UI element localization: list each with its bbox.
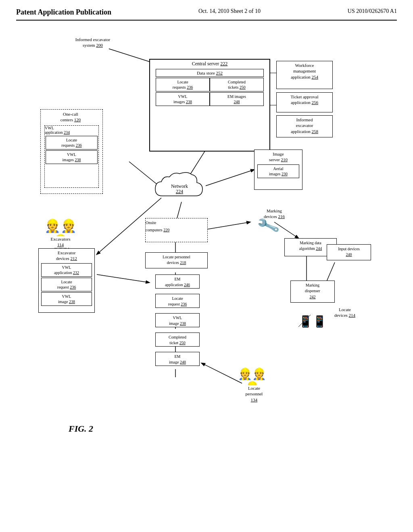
page: Patent Application Publication Oct. 14, …	[0, 0, 413, 532]
locate-request-236c-box: Locaterequest 236	[155, 294, 200, 308]
vwl-images-238a-box: VWLimages 238	[156, 92, 210, 106]
em-image-248c-box: EMimage 248	[155, 352, 200, 366]
svg-line-16	[97, 274, 149, 283]
completed-ticket-250c-box: Completedticket 250	[155, 332, 200, 347]
data-store-inner2: VWLimages 238 EM images248	[156, 92, 264, 106]
em-image-248c-label: EMimage 248	[169, 354, 186, 364]
svg-line-14	[202, 222, 250, 230]
ticket-approval-box: Ticket approvalapplication 256	[276, 92, 333, 112]
marking-data-algorithm-label: Marking dataalgorithm 244	[299, 241, 322, 251]
locate-personnel-label: Locatepersonnel134	[232, 385, 276, 403]
vwl-application-232-box: VWLapplication 232	[41, 263, 92, 277]
completed-ticket-250c-label: Completedticket 250	[169, 335, 186, 345]
fig-label: FIG. 2	[69, 424, 93, 434]
input-devices-box: Input devices240	[327, 244, 371, 260]
locate-devices-icon: 📱📱	[298, 315, 327, 328]
input-devices-label: Input devices240	[338, 247, 360, 257]
locate-requests-236b-box: Locaterequests 236	[46, 136, 98, 150]
vwl-image-238d-box: VWLimage 238	[41, 292, 92, 306]
workforce-mgmt-box: Workforcemanagementapplication 254	[276, 61, 333, 89]
svg-text:224: 224	[176, 189, 183, 194]
em-images-248a-box: EM images248	[210, 92, 264, 106]
locate-devices-label: Locatedevices 214	[323, 307, 367, 318]
vwl-image-238c-label: VWLimage 238	[169, 316, 186, 326]
data-store-inner: Locaterequests 236 Completedtickets 250	[156, 78, 264, 91]
locate-personnel-devices-label: Locate personneldevices 218	[163, 255, 190, 265]
marking-dispenser-label: Markingdispenser242	[305, 283, 320, 299]
completed-tickets-box: Completedtickets 250	[210, 78, 264, 91]
onsite-computers-label: Onsitecomputers 220	[146, 220, 169, 232]
excavators-label: Excavators114	[38, 236, 83, 248]
publication-title: Patent Application Publication	[16, 8, 111, 17]
svg-line-5	[206, 170, 254, 186]
page-header: Patent Application Publication Oct. 14, …	[16, 8, 397, 21]
locate-requests-box: Locaterequests 236	[156, 78, 210, 91]
informed-excavator-app-box: Informedexcavatorapplication 258	[276, 115, 333, 137]
vwl-app-234-label: VWLapplication 234	[45, 126, 98, 135]
diagram: Informed excavatorsystem 200 Central ser…	[16, 25, 397, 488]
locate-request-236d-box: Locaterequest 236	[41, 278, 92, 291]
svg-line-0	[109, 49, 153, 63]
vwl-image-238c-box: VWLimage 238	[155, 313, 200, 327]
marking-dispenser-box: Markingdispenser242	[290, 281, 335, 303]
one-call-centers-label: One-callcenters 120	[44, 111, 97, 123]
network-cloud: Network 224	[153, 170, 206, 210]
informed-excavator-label: Informed excavatorsystem 200	[69, 37, 117, 48]
vwl-images-238b-box: VWLimages 238	[46, 150, 98, 164]
em-application-box: EMapplication 246	[155, 274, 200, 289]
aerial-images-box: Aerialimages 230	[257, 164, 299, 178]
image-server-outer-box: Imageserver 210 Aerialimages 230	[254, 150, 302, 190]
onsite-computers-box: Onsitecomputers 220	[145, 218, 208, 242]
central-server-box: Central server 222 Data store 252 Locate…	[149, 59, 270, 152]
locate-personnel-devices-box: Locate personneldevices 218	[145, 252, 208, 268]
locate-request-236c-label: Locaterequest 236	[168, 296, 187, 306]
vwl-application-234-box: VWLapplication 234 Locaterequests 236 VW…	[44, 125, 99, 188]
publication-number: US 2010/0262670 A1	[348, 8, 397, 15]
excavator-devices-label: Excavatordevices 212	[40, 250, 93, 262]
em-application-label: EMapplication 246	[165, 277, 190, 287]
central-server-label: Central server 222	[152, 61, 268, 67]
image-server-label: Imageserver 210	[256, 151, 300, 163]
publication-date-sheet: Oct. 14, 2010 Sheet 2 of 10	[198, 8, 261, 15]
svg-text:Network: Network	[171, 183, 188, 189]
excavator-devices-outer-box: Excavatordevices 212 VWLapplication 232 …	[38, 248, 95, 313]
data-store-box: Data store 252	[156, 69, 264, 77]
